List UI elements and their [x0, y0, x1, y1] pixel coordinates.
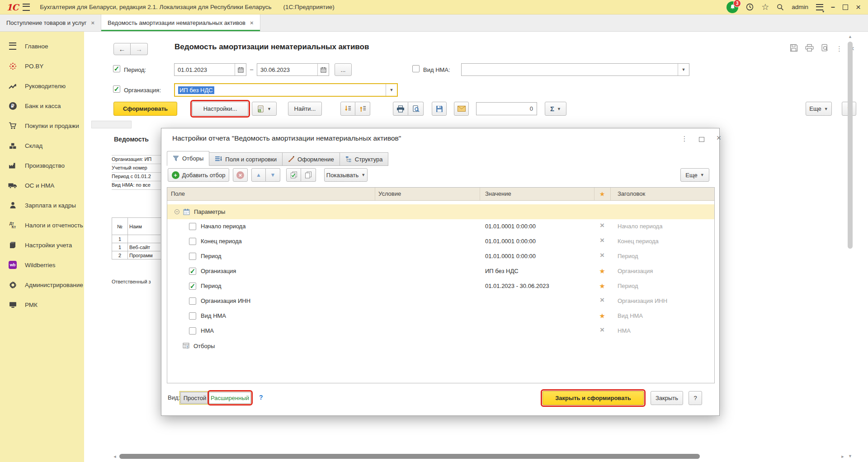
user-name[interactable]: admin: [792, 4, 808, 10]
scroll-down-icon[interactable]: ▼: [847, 454, 854, 458]
dialog-tab-1[interactable]: Поля и сортировки: [209, 152, 283, 166]
sidebar-item-wildberries[interactable]: wbWildberries: [0, 255, 84, 275]
more-button[interactable]: Еще▼: [806, 102, 832, 116]
row-checkbox[interactable]: [189, 253, 196, 260]
row-checkbox[interactable]: [189, 283, 196, 290]
forward-button[interactable]: →: [131, 43, 148, 55]
calendar-icon[interactable]: [317, 64, 329, 75]
sidebar-item-bank-i-kassa[interactable]: ₽Банк и касса: [0, 96, 84, 116]
close-window-icon[interactable]: ×: [856, 3, 861, 11]
check-all-button[interactable]: [286, 168, 301, 182]
vertical-scrollbar[interactable]: ▲ ▼: [847, 34, 854, 458]
chevron-down-icon[interactable]: ▼: [386, 84, 397, 96]
filter-row-organizaciya[interactable]: ОрганизацияИП без НДС★Организация: [167, 264, 714, 279]
print-preview-button[interactable]: [408, 102, 424, 116]
period-more-button[interactable]: ...: [335, 63, 352, 76]
sidebar-item-po-by[interactable]: PO.BY: [0, 56, 84, 76]
dialog-close-button[interactable]: Закрыть: [651, 391, 683, 405]
dialog-tab-2[interactable]: Оформление: [283, 152, 340, 166]
horizontal-scroll-thumb[interactable]: [119, 454, 700, 459]
scroll-up-icon[interactable]: ▲: [847, 34, 854, 39]
notification-bell-icon[interactable]: 3: [726, 1, 738, 13]
window-tab-0[interactable]: Поступление товаров и услуг×: [0, 14, 101, 31]
dialog-close-icon[interactable]: ×: [714, 133, 724, 143]
view-simple-button[interactable]: Простой: [180, 392, 209, 404]
sidebar-item-proizvodstvo[interactable]: Производство: [0, 156, 84, 175]
vertical-scroll-thumb[interactable]: [848, 42, 853, 249]
move-up-button[interactable]: ▲: [251, 168, 266, 182]
org-combo[interactable]: ИП без НДС ▼: [174, 83, 398, 97]
vid-nma-checkbox[interactable]: [412, 65, 420, 72]
row-checkbox[interactable]: [189, 312, 196, 320]
calendar-icon[interactable]: [235, 64, 246, 75]
sidebar-item-glavnoe[interactable]: Главное: [0, 36, 84, 56]
row-checkbox[interactable]: [189, 297, 196, 305]
sidebar-item-rukovoditelyu[interactable]: Руководителю: [0, 76, 84, 96]
period-from-input[interactable]: 01.01.2023: [174, 63, 246, 76]
filter-row-period[interactable]: Период01.01.0001 0:00:00×Период: [167, 249, 714, 264]
filter-row-konec-perioda[interactable]: Конец периода01.01.0001 0:00:00×Конец пе…: [167, 234, 714, 249]
dialog-kebab-icon[interactable]: ⋮: [679, 135, 689, 143]
sidebar-item-os-i-nma[interactable]: ОС и НМА: [0, 175, 84, 195]
scroll-right-icon[interactable]: ►: [840, 454, 845, 459]
row-checkbox[interactable]: [189, 268, 196, 275]
row-checkbox[interactable]: [189, 223, 196, 230]
generate-button[interactable]: Сформировать: [113, 102, 177, 116]
kebab-menu-icon[interactable]: ⋮: [836, 45, 843, 53]
dialog-tab-3[interactable]: Структура: [340, 152, 389, 166]
sidebar-item-zarplata-i-kadry[interactable]: Зарплата и кадры: [0, 195, 84, 215]
preview-report-icon[interactable]: [821, 44, 829, 53]
send-mail-button[interactable]: [454, 102, 469, 116]
favorites-star-icon[interactable]: ☆: [761, 3, 769, 11]
filter-row-period-2[interactable]: Период01.01.2023 - 30.06.2023★Период: [167, 279, 714, 294]
dialog-maximize-icon[interactable]: [697, 136, 707, 143]
collapse-group-icon[interactable]: [175, 209, 179, 214]
filter-row-nachalo-perioda[interactable]: Начало периода01.01.0001 0:00:00×Начало …: [167, 219, 714, 234]
close-and-generate-button[interactable]: Закрыть и сформировать: [542, 391, 644, 405]
print-report-icon[interactable]: [805, 44, 814, 53]
save-result-button[interactable]: [432, 102, 447, 116]
minimize-icon[interactable]: –: [831, 4, 835, 11]
org-checkbox[interactable]: [113, 85, 120, 93]
settings-button[interactable]: Настройки...: [192, 102, 248, 116]
show-button[interactable]: Показывать▼: [324, 168, 368, 182]
uncheck-all-button[interactable]: [301, 168, 316, 182]
filter-row-nma[interactable]: НМА×НМА: [167, 324, 714, 339]
find-button[interactable]: Найти...: [288, 102, 322, 116]
save-report-icon[interactable]: [790, 44, 798, 53]
sidebar-item-rmk[interactable]: РМК: [0, 295, 84, 315]
sidebar-item-nalogi-i-otchetnost[interactable]: ДтКтНалоги и отчетность: [0, 215, 84, 235]
scroll-left-icon[interactable]: ◄: [112, 454, 118, 459]
dialog-more-button[interactable]: Еще▼: [680, 168, 709, 182]
filter-row-vid-nma[interactable]: Вид НМА★Вид НМА: [167, 309, 714, 324]
period-to-input[interactable]: 30.06.2023: [257, 63, 329, 76]
search-icon[interactable]: [777, 4, 784, 11]
print-button[interactable]: [393, 102, 408, 116]
collapse-groups-button[interactable]: [355, 102, 370, 116]
back-button[interactable]: ←: [113, 43, 131, 55]
view-help-link[interactable]: ?: [259, 394, 263, 401]
filters-group-row[interactable]: Отборы: [167, 339, 714, 354]
sidebar-item-sklad[interactable]: Склад: [0, 136, 84, 156]
sidebar-item-administrirovanie[interactable]: Администрирование: [0, 275, 84, 295]
tab-close-icon[interactable]: ×: [250, 19, 254, 26]
view-advanced-button[interactable]: Расширенный: [209, 392, 251, 404]
parameters-group-row[interactable]: Параметры: [167, 204, 714, 219]
dialog-help-button[interactable]: ?: [689, 391, 702, 405]
row-checkbox[interactable]: [189, 238, 196, 245]
history-icon[interactable]: [746, 3, 754, 11]
period-checkbox[interactable]: [113, 65, 120, 72]
sidebar-item-pokupki-i-prodazhi[interactable]: Покупки и продажи: [0, 116, 84, 136]
sum-counter-field[interactable]: 0: [476, 102, 537, 115]
expand-groups-button[interactable]: [340, 102, 355, 116]
filter-row-organizaciya-inn[interactable]: Организация ИНН×Организация ИНН: [167, 294, 714, 309]
row-checkbox[interactable]: [189, 327, 196, 335]
dialog-tab-0[interactable]: Отборы: [167, 151, 209, 166]
tab-close-icon[interactable]: ×: [91, 19, 94, 26]
service-menu-icon[interactable]: [816, 4, 823, 10]
move-down-button[interactable]: ▼: [266, 168, 280, 182]
restore-icon[interactable]: [843, 5, 848, 10]
chevron-down-icon[interactable]: ▼: [678, 64, 689, 75]
main-menu-icon[interactable]: [23, 4, 30, 11]
autosum-button[interactable]: Σ ▼: [545, 102, 566, 116]
